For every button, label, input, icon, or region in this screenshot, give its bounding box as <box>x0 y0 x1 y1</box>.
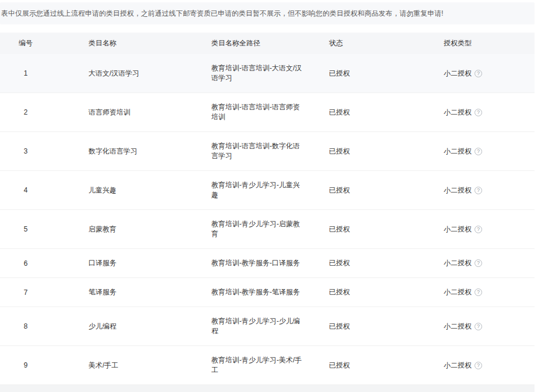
category-path: 教育培训-语言培训-大语文/汉语学习 <box>211 63 306 83</box>
header-category-path: 类目名称全路径 <box>193 38 310 48</box>
category-name: 笔译服务 <box>89 288 116 296</box>
help-question-icon[interactable]: ? <box>475 148 482 155</box>
help-question-icon[interactable]: ? <box>475 109 482 116</box>
status-text: 已授权 <box>329 322 350 330</box>
row-number: 3 <box>19 147 33 155</box>
header-status: 状态 <box>310 38 425 48</box>
help-question-icon[interactable]: ? <box>475 362 482 369</box>
header-no: 编号 <box>0 38 70 48</box>
row-number: 5 <box>19 225 33 233</box>
auth-type-text: 小二授权 <box>444 322 472 332</box>
table-row: 2 语言师资培训 教育培训-语言培训-语言师资培训 已授权 小二授权? <box>0 93 535 132</box>
category-name: 少儿编程 <box>89 322 116 330</box>
help-question-icon[interactable]: ? <box>475 323 482 330</box>
auth-type-text: 小二授权 <box>444 147 472 156</box>
status-text: 已授权 <box>329 147 350 155</box>
table-row: 9 美术/手工 教育培训-青少儿学习-美术/手工 已授权 小二授权? <box>0 346 535 385</box>
status-text: 已授权 <box>329 225 350 233</box>
help-question-icon[interactable]: ? <box>475 226 482 233</box>
table-row: 7 笔译服务 教育培训-教学服务-笔译服务 已授权 小二授权? <box>0 278 535 307</box>
category-name: 口译服务 <box>89 259 116 267</box>
auth-type-text: 小二授权 <box>444 108 472 117</box>
row-number: 1 <box>19 69 33 77</box>
table-row: 5 启蒙教育 教育培训-青少儿学习-启蒙教育 已授权 小二授权? <box>0 210 535 249</box>
status-text: 已授权 <box>329 288 350 296</box>
header-category-name: 类目名称 <box>70 38 193 48</box>
category-name: 语言师资培训 <box>89 108 130 116</box>
category-path: 教育培训-青少儿学习-美术/手工 <box>211 355 306 375</box>
table-row: 4 儿童兴趣 教育培训-青少儿学习-儿童兴趣 已授权 小二授权? <box>0 171 535 210</box>
auth-type-text: 小二授权 <box>444 186 472 195</box>
category-path: 教育培训-青少儿学习-启蒙教育 <box>211 219 306 239</box>
auth-type-text: 小二授权 <box>444 258 472 268</box>
notice-text: 表中仅展示您通过线上流程申请的类目授权，之前通过线下邮寄资质已申请的类目暂不展示… <box>1 9 443 19</box>
row-number: 4 <box>19 186 33 194</box>
row-number: 9 <box>19 361 33 369</box>
table-row: 1 大语文/汉语学习 教育培训-语言培训-大语文/汉语学习 已授权 小二授权? <box>0 54 535 93</box>
table-header-row: 编号 类目名称 类目名称全路径 状态 授权类型 <box>0 33 535 54</box>
help-question-icon[interactable]: ? <box>475 187 482 194</box>
row-number: 8 <box>19 322 33 330</box>
auth-type-text: 小二授权 <box>444 224 472 234</box>
table-row: 3 数字化语言学习 教育培训-语言培训-数字化语言学习 已授权 小二授权? <box>0 132 535 171</box>
category-path: 教育培训-教学服务-笔译服务 <box>211 287 300 297</box>
status-text: 已授权 <box>329 186 350 194</box>
table-footer-strip <box>0 385 535 392</box>
row-number: 7 <box>19 288 33 297</box>
status-text: 已授权 <box>329 108 350 116</box>
category-name: 数字化语言学习 <box>89 147 137 155</box>
header-auth-type: 授权类型 <box>425 38 535 48</box>
table-row: 8 少儿编程 教育培训-青少儿学习-少儿编程 已授权 小二授权? <box>0 307 535 346</box>
status-text: 已授权 <box>329 69 350 77</box>
notice-banner: 表中仅展示您通过线上流程申请的类目授权，之前通过线下邮寄资质已申请的类目暂不展示… <box>0 2 535 24</box>
category-path: 教育培训-语言培训-数字化语言学习 <box>211 141 306 161</box>
table-row: 6 口译服务 教育培训-教学服务-口译服务 已授权 小二授权? <box>0 249 535 278</box>
row-number: 6 <box>19 259 33 268</box>
category-path: 教育培训-教学服务-口译服务 <box>211 258 300 268</box>
auth-type-text: 小二授权 <box>444 69 472 79</box>
status-text: 已授权 <box>329 361 350 369</box>
auth-type-text: 小二授权 <box>444 287 472 297</box>
category-name: 儿童兴趣 <box>89 186 116 194</box>
category-path: 教育培训-青少儿学习-儿童兴趣 <box>211 180 306 200</box>
category-path: 教育培训-青少儿学习-少儿编程 <box>211 316 306 336</box>
category-auth-table: 编号 类目名称 类目名称全路径 状态 授权类型 1 大语文/汉语学习 教育培训-… <box>0 33 535 392</box>
auth-type-text: 小二授权 <box>444 361 472 370</box>
help-question-icon[interactable]: ? <box>475 70 482 77</box>
category-name: 大语文/汉语学习 <box>89 69 139 77</box>
category-name: 美术/手工 <box>89 361 118 369</box>
category-name: 启蒙教育 <box>89 225 116 233</box>
status-text: 已授权 <box>329 259 350 267</box>
help-question-icon[interactable]: ? <box>475 259 482 267</box>
row-number: 2 <box>19 108 33 116</box>
help-question-icon[interactable]: ? <box>475 288 482 296</box>
category-path: 教育培训-语言培训-语言师资培训 <box>211 102 306 122</box>
